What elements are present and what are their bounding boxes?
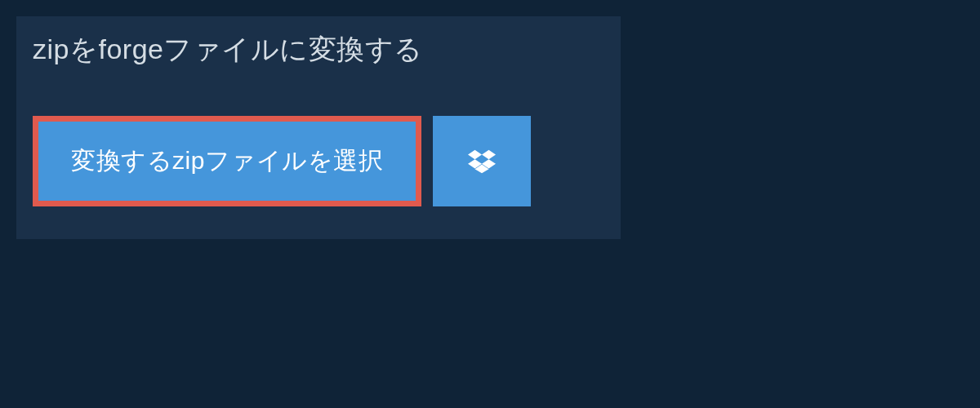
select-file-button[interactable]: 変換するzipファイルを選択 bbox=[33, 116, 421, 206]
converter-panel: zipをforgeファイルに変換する 変換するzipファイルを選択 bbox=[16, 16, 621, 239]
heading-container: zipをforgeファイルに変換する bbox=[16, 16, 467, 83]
button-row: 変換するzipファイルを選択 bbox=[16, 83, 621, 206]
page-title: zipをforgeファイルに変換する bbox=[33, 31, 451, 69]
dropbox-button[interactable] bbox=[433, 116, 531, 206]
dropbox-icon bbox=[468, 148, 496, 175]
select-file-label: 変換するzipファイルを選択 bbox=[71, 144, 383, 178]
